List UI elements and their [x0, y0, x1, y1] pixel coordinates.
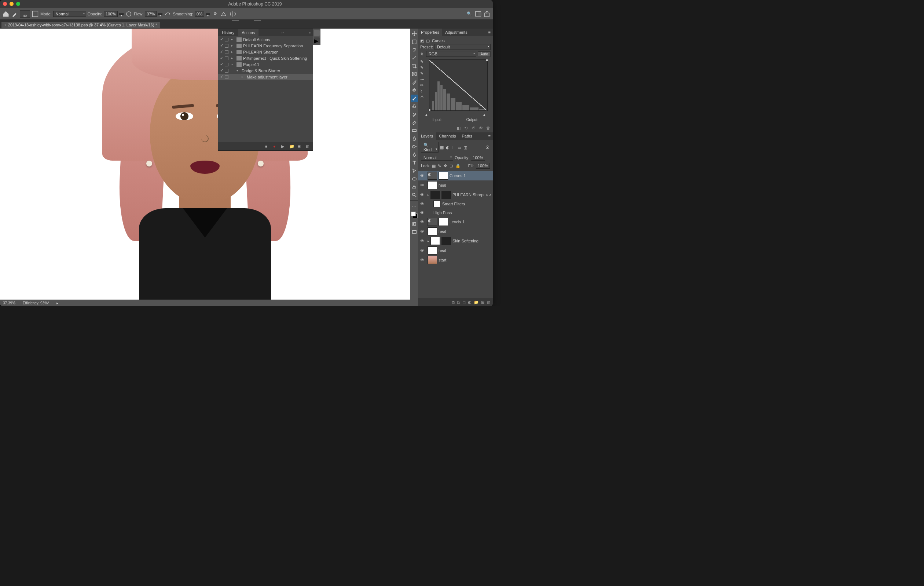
layer-row[interactable]: 👁heal — [418, 227, 493, 236]
white-slider[interactable]: ▴ — [483, 112, 485, 117]
pencil-curve-icon[interactable]: ✏ — [420, 83, 425, 87]
share-icon[interactable] — [483, 10, 491, 18]
fill-value[interactable]: 100% — [476, 163, 490, 169]
lock-paint-icon[interactable]: ✎ — [438, 163, 442, 168]
panel-menu-icon[interactable]: ≡ — [486, 29, 493, 36]
layer-opacity-value[interactable]: 100% — [471, 155, 485, 161]
move-tool[interactable] — [411, 30, 418, 37]
new-layer-icon[interactable]: ⊞ — [481, 300, 484, 305]
tab-properties[interactable]: Properties — [418, 29, 442, 36]
eyedropper-tool[interactable] — [411, 78, 418, 86]
shape-tool[interactable] — [411, 175, 418, 183]
marquee-tool[interactable] — [411, 38, 418, 45]
filter-kind-select[interactable]: 🔍Kind — [421, 142, 439, 153]
smooth-icon[interactable]: ⌇ — [420, 89, 425, 93]
blend-mode-select[interactable]: Normal — [53, 11, 86, 17]
tab-adjustments[interactable]: Adjustments — [442, 29, 470, 36]
search-icon[interactable]: 🔍 — [466, 10, 473, 18]
tab-channels[interactable]: Channels — [436, 132, 459, 140]
lock-position-icon[interactable]: ✥ — [444, 163, 448, 168]
workspace-icon[interactable] — [474, 10, 482, 18]
filter-type-icon[interactable]: T — [452, 145, 456, 150]
new-action-icon[interactable]: ⊞ — [297, 144, 302, 149]
sampler-gray-icon[interactable]: ✎ — [420, 65, 425, 70]
view-previous-icon[interactable]: ⟲ — [464, 126, 469, 131]
layer-row[interactable]: 👁heal — [418, 180, 493, 190]
dock-icon[interactable] — [314, 30, 320, 36]
tab-layers[interactable]: Layers — [418, 132, 436, 140]
airbrush-icon[interactable] — [164, 10, 171, 18]
layer-row[interactable]: 👁Smart Filters — [418, 200, 493, 208]
play-dock-icon[interactable]: ▶ — [314, 37, 320, 43]
brush-icon[interactable] — [11, 10, 18, 18]
smoothing-value[interactable]: 0% — [195, 11, 204, 17]
sampler-black-icon[interactable]: ✎ — [420, 71, 425, 76]
filter-shape-icon[interactable]: ▭ — [458, 145, 462, 150]
zoom-display[interactable]: 37.39% — [3, 301, 15, 305]
edit-toolbar[interactable]: ⋯ — [411, 202, 418, 210]
blur-tool[interactable] — [411, 135, 418, 142]
layer-row[interactable]: 👁◐Levels 1 — [418, 217, 493, 227]
curves-plot[interactable] — [429, 59, 488, 111]
gear-icon[interactable]: ⚙ — [211, 10, 219, 18]
tab-history[interactable]: History — [218, 29, 238, 36]
frame-tool[interactable] — [411, 70, 418, 78]
magic-wand-tool[interactable] — [411, 54, 418, 62]
layer-fx-icon[interactable]: fx — [457, 300, 460, 304]
tab-paths[interactable]: Paths — [459, 132, 475, 140]
filter-image-icon[interactable]: ▦ — [440, 145, 444, 150]
delete-layer-icon[interactable]: 🗑 — [487, 300, 491, 304]
layer-blend-select[interactable]: Normal — [421, 155, 453, 161]
preset-select[interactable]: Default — [434, 44, 491, 50]
filter-adj-icon[interactable]: ◐ — [446, 145, 450, 150]
stop-icon[interactable]: ■ — [265, 144, 269, 149]
symmetry-icon[interactable] — [229, 10, 236, 18]
curve-edit-icon[interactable]: 〜 — [420, 77, 425, 81]
action-row[interactable]: ✓▸Make adjustment layer — [218, 74, 313, 80]
lasso-tool[interactable] — [411, 46, 418, 54]
auto-curves-icon[interactable]: ↯ — [420, 52, 425, 56]
add-mask-icon[interactable]: ◻ — [462, 300, 466, 305]
link-layers-icon[interactable]: ⧉ — [452, 300, 455, 305]
path-selection-tool[interactable] — [411, 167, 418, 175]
clip-to-layer-icon[interactable]: ◧ — [457, 126, 462, 131]
gradient-tool[interactable] — [411, 127, 418, 134]
type-tool[interactable] — [411, 159, 418, 167]
brush-settings-icon[interactable] — [31, 10, 39, 18]
record-icon[interactable]: ● — [273, 144, 277, 149]
close-tab-icon[interactable]: × — [4, 23, 7, 27]
history-brush-tool[interactable] — [411, 111, 418, 118]
sampler-white-icon[interactable]: ✎ — [420, 59, 425, 64]
action-row[interactable]: ✓▸Default Actions — [218, 36, 313, 43]
delete-adj-icon[interactable]: 🗑 — [486, 126, 491, 131]
new-group-icon[interactable]: 📁 — [474, 300, 479, 305]
angle-icon[interactable] — [220, 10, 228, 18]
panel-collapse-icon[interactable]: ›› — [279, 30, 286, 35]
opacity-dropdown[interactable] — [119, 13, 124, 15]
hand-tool[interactable] — [411, 183, 418, 191]
layer-row[interactable]: 👁◐Curves 1 — [418, 171, 493, 180]
channel-select[interactable]: RGB — [426, 51, 476, 57]
black-slider[interactable]: ▴ — [425, 112, 427, 117]
action-row[interactable]: ✓▾Dodge & Burn Starter — [218, 68, 313, 74]
action-row[interactable]: ✓▸PiXimperfect - Quick Skin Softening — [218, 55, 313, 61]
brush-preset-picker[interactable]: 40 — [20, 10, 30, 18]
stamp-tool[interactable] — [411, 103, 418, 110]
flow-dropdown[interactable] — [158, 13, 162, 15]
toggle-visibility-icon[interactable]: 👁 — [479, 126, 484, 131]
healing-tool[interactable] — [411, 87, 418, 94]
filter-smart-icon[interactable]: ◫ — [464, 145, 468, 150]
quick-mask-icon[interactable] — [411, 220, 418, 228]
canvas[interactable]: History Actions ›› ≡ ✓▸Default Actions✓▸… — [0, 29, 410, 300]
opacity-value[interactable]: 100% — [104, 11, 118, 17]
play-icon[interactable]: ▶ — [281, 144, 285, 149]
reset-icon[interactable]: ↺ — [472, 126, 477, 131]
new-adjustment-icon[interactable]: ◐ — [468, 300, 472, 305]
home-icon[interactable] — [2, 10, 10, 18]
pen-tool[interactable] — [411, 151, 418, 158]
smoothing-dropdown[interactable] — [206, 13, 210, 15]
eraser-tool[interactable] — [411, 119, 418, 126]
tab-actions[interactable]: Actions — [238, 29, 259, 36]
action-row[interactable]: ✓▾Purple11 — [218, 61, 313, 68]
action-row[interactable]: ✓▸PHLEARN Sharpen — [218, 49, 313, 55]
